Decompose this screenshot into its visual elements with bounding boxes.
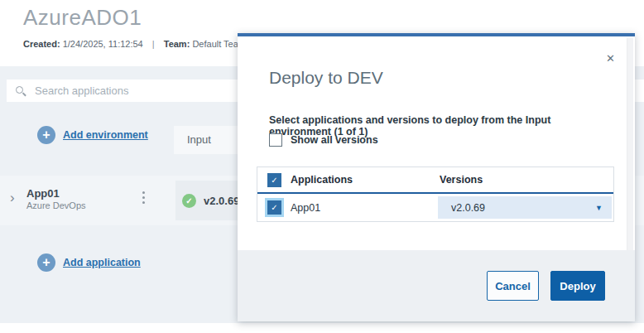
- screen: AzureADO1 Created: 1/24/2025, 11:12:54 |…: [0, 0, 644, 333]
- application-type: Azure DevOps: [26, 200, 86, 210]
- show-all-versions-checkbox[interactable]: [269, 133, 282, 147]
- add-application-button[interactable]: + Add application: [37, 253, 141, 272]
- add-environment-button[interactable]: + Add environment: [37, 126, 148, 144]
- add-application-label: Add application: [63, 257, 141, 268]
- chevron-right-icon[interactable]: ›: [10, 191, 15, 205]
- modal-footer: Cancel Deploy: [238, 250, 635, 321]
- success-check-icon: ✓: [182, 194, 196, 208]
- plus-icon: +: [37, 126, 55, 144]
- deploy-modal: ✕ Deploy to DEV Select applications and …: [238, 33, 635, 321]
- row-checkbox[interactable]: ✓: [267, 200, 281, 215]
- version-dropdown[interactable]: v2.0.69 ▼: [438, 196, 612, 219]
- cancel-button[interactable]: Cancel: [487, 271, 539, 301]
- plus-icon: +: [37, 253, 55, 272]
- deploy-button[interactable]: Deploy: [550, 271, 605, 301]
- created-label: Created:: [23, 39, 60, 49]
- modal-title: Deploy to DEV: [269, 68, 383, 88]
- version-dropdown-value: v2.0.69: [451, 202, 485, 214]
- applications-column-header: Applications: [291, 174, 353, 186]
- add-environment-label: Add environment: [63, 129, 148, 141]
- close-icon[interactable]: ✕: [606, 53, 615, 64]
- versions-column-header: Versions: [440, 174, 483, 186]
- show-all-versions-label: Show all versions: [291, 134, 378, 146]
- application-name: App01: [26, 187, 60, 200]
- deploy-table: ✓ Applications Versions ✓ App01 v2.0.69 …: [257, 166, 614, 222]
- show-all-versions-option[interactable]: Show all versions: [269, 133, 378, 147]
- kebab-menu-icon[interactable]: [141, 190, 147, 205]
- select-all-checkbox[interactable]: ✓: [267, 173, 281, 187]
- deployed-version: v2.0.69: [204, 195, 239, 207]
- team-label: Team:: [164, 39, 190, 49]
- page-title: AzureADO1: [23, 5, 142, 31]
- page-meta: Created: 1/24/2025, 11:12:54 | Team: Def…: [23, 39, 246, 49]
- table-row: ✓ App01 v2.0.69 ▼: [257, 194, 613, 221]
- table-header-row: ✓ Applications Versions: [257, 167, 613, 194]
- search-icon: [16, 86, 25, 95]
- chevron-down-icon: ▼: [595, 204, 603, 212]
- meta-separator: |: [152, 39, 155, 49]
- created-value: 1/24/2025, 11:12:54: [63, 39, 143, 49]
- row-application-name: App01: [291, 202, 320, 214]
